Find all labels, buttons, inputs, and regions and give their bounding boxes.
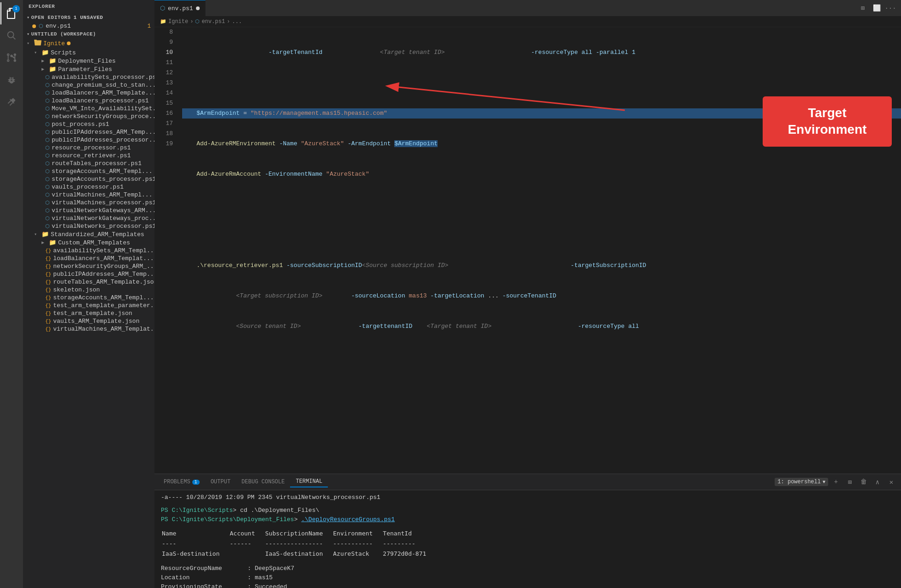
json-icon-11: {} (45, 327, 51, 332)
resource-retriever-ps1[interactable]: ⬡ resource_retriever.ps1 (23, 152, 154, 160)
maximize-panel-button[interactable]: ∧ (871, 476, 883, 488)
code-line-14 (182, 230, 901, 240)
skeleton-json[interactable]: {} skeleton.json (23, 286, 154, 294)
code-line-11: Add-AzureRMEnvironment -Name "AzureStack… (182, 139, 901, 149)
table-row-name: IaaS-destination (162, 549, 229, 558)
virtualMachines-arm-ps1[interactable]: ⬡ virtualMachines_ARM_Templ... (23, 191, 154, 199)
toggle-panel-button[interactable]: ⬜ (871, 2, 883, 14)
publicIPAddresses-json[interactable]: {} publicIPAddresses_ARM_Temp... (23, 270, 154, 278)
col-subscriptionname-divider: ---------------- (265, 539, 332, 548)
resource-group-1: ResourceGroupName : DeepSpaceK7 Location… (161, 564, 895, 588)
col-environment-divider: ----------- (333, 539, 382, 548)
change-premium-ps1[interactable]: ⬡ change_premium_ssd_to_stan... (23, 81, 154, 89)
publicIPAddresses-processor-ps1[interactable]: ⬡ publicIPAddresses_processor.... (23, 136, 154, 144)
virtualMachines-arm-json[interactable]: {} virtualMachines_ARM_Templat... (23, 325, 154, 333)
networkSecurityGroups-json[interactable]: {} networkSecurityGroups_ARM_... (23, 262, 154, 270)
scripts-folder[interactable]: ▾ 📁 Scripts (23, 48, 154, 57)
table-row-subscription: IaaS-destination (265, 549, 332, 558)
problems-tab[interactable]: PROBLEMS 1 (158, 477, 205, 487)
open-editors-section: ▾ OPEN EDITORS 1 UNSAVED ⬡ env.ps1 1 (23, 13, 154, 30)
debug-activity-icon[interactable] (0, 69, 23, 91)
virtualNetworkGateways-proc-ps1[interactable]: ⬡ virtualNetworkGateways_proc... (23, 214, 154, 222)
availabilitySets-ps1[interactable]: ⬡ availabilitySets_processor.ps1 (23, 73, 154, 81)
standardized-folder-icon: 📁 (41, 231, 49, 238)
parameter-files-icon: 📁 (49, 65, 56, 73)
breadcrumb-file[interactable]: ⬡ env.ps1 (195, 18, 225, 25)
search-activity-icon[interactable] (0, 24, 23, 47)
loadBalancers-arm-ps1[interactable]: ⬡ loadBalancers_ARM_Template... (23, 89, 154, 97)
test-arm-template-param-json[interactable]: {} test_arm_template_parameter... (23, 302, 154, 309)
debug-console-tab[interactable]: DEBUG CONSOLE (236, 477, 290, 487)
publicIPAddresses-arm-ps1[interactable]: ⬡ publicIPAddresses_ARM_Temp... (23, 128, 154, 136)
shell-selector[interactable]: 1: powershell ▼ (775, 478, 828, 486)
files-icon[interactable]: 1 (0, 2, 23, 24)
virtualMachines-processor-ps1[interactable]: ⬡ virtualMachines_processor.ps1 (23, 199, 154, 207)
vaults-processor-ps1[interactable]: ⬡ vaults_processor.ps1 (23, 183, 154, 191)
col-name-divider: ---- (162, 539, 229, 548)
ps1-icon-4: ⬡ (45, 98, 50, 104)
storageAccounts-json[interactable]: {} storageAccounts_ARM_Templ... (23, 294, 154, 302)
storageAccounts-arm-ps1[interactable]: ⬡ storageAccounts_ARM_Templ... (23, 167, 154, 175)
workspace-header[interactable]: ▾ UNTITLED (WORKSPACE) (23, 30, 154, 38)
source-control-activity-icon[interactable] (0, 47, 23, 69)
ps1-icon-19: ⬡ (45, 215, 50, 221)
resource-processor-ps1[interactable]: ⬡ resource_processor.ps1 (23, 144, 154, 152)
routeTables-json[interactable]: {} routeTables_ARM_Template.json (23, 278, 154, 286)
availabilitySets-json[interactable]: {} availabilitySets_ARM_Templ... (23, 247, 154, 255)
ps1-icon-7: ⬡ (45, 121, 50, 127)
panel-tabs: PROBLEMS 1 OUTPUT DEBUG CONSOLE TERMINAL (154, 474, 901, 490)
code-editor[interactable]: 8 9 10 11 12 13 14 15 16 17 18 19 (154, 27, 901, 474)
routeTables-ps1[interactable]: ⬡ routeTables_processor.ps1 (23, 160, 154, 167)
code-line-13 (182, 200, 901, 210)
ignite-folder[interactable]: ▾ Ignite (23, 38, 154, 48)
open-editor-env-ps1[interactable]: ⬡ env.ps1 1 (23, 22, 154, 30)
custom-arm-folder[interactable]: ▶ 📁 Custom_ARM_Templates (23, 238, 154, 247)
code-line-15b: <Target subscription ID> -sourceLocation… (182, 291, 901, 301)
env-ps1-tab[interactable]: ⬡ env.ps1 (154, 0, 206, 16)
vaults-arm-json[interactable]: {} vaults_ARM_Template.json (23, 317, 154, 325)
table-row-tenantid: 27972d0d-871 (383, 549, 435, 558)
parameter-files-folder[interactable]: ▶ 📁 Parameter_Files (23, 65, 154, 73)
ps1-icon-16: ⬡ (45, 192, 50, 198)
close-panel-button[interactable]: ✕ (885, 476, 897, 488)
breadcrumb-ignite[interactable]: 📁 Ignite (160, 18, 188, 25)
terminal-tab[interactable]: TERMINAL (290, 476, 328, 487)
json-icon-3: {} (45, 264, 51, 269)
json-icon-2: {} (45, 256, 51, 261)
json-icon-6: {} (45, 287, 51, 293)
networkSecurityGroups-ps1[interactable]: ⬡ networkSecurityGroups_proce... (23, 113, 154, 120)
move-vm-ps1[interactable]: ⬡ Move_VM_Into_AvailabilitySet... (23, 105, 154, 113)
tab-modified-dot (196, 6, 200, 10)
post-process-ps1[interactable]: ⬡ post_process.ps1 (23, 120, 154, 128)
json-icon-5: {} (45, 279, 51, 285)
loadBalancers-processor-ps1[interactable]: ⬡ loadBalancers_processor.ps1 (23, 97, 154, 105)
code-line-10: $ArmEndpoint = "https://management.mas15… (182, 108, 901, 119)
storageAccounts-processor-ps1[interactable]: ⬡ storageAccounts_processor.ps1 (23, 175, 154, 183)
col-account-divider: ------ (230, 539, 264, 548)
col-account-header: Account (230, 529, 264, 538)
ps1-icon-11: ⬡ (45, 153, 50, 159)
ignite-dot (67, 42, 71, 45)
terminal-file-listing: -a---- 10/28/2019 12:09 PM 2345 virtualN… (161, 493, 895, 502)
standardized-arm-folder[interactable]: ▾ 📁 Standardized_ARM_Templates (23, 230, 154, 238)
terminal-content[interactable]: -a---- 10/28/2019 12:09 PM 2345 virtualN… (154, 490, 901, 588)
col-name-header: Name (162, 529, 229, 538)
test-arm-template-json[interactable]: {} test_arm_template.json (23, 309, 154, 317)
split-editor-button[interactable]: ⊞ (857, 2, 869, 14)
more-actions-button[interactable]: ··· (884, 2, 896, 14)
split-terminal-button[interactable]: ⊞ (844, 476, 856, 488)
loadBalancers-json[interactable]: {} loadBalancers_ARM_Templat... (23, 255, 154, 262)
new-terminal-button[interactable]: + (830, 476, 842, 488)
terminal-cmd1: PS C:\Ignite\Scripts> cd .\Deployment_Fi… (161, 506, 895, 515)
json-icon-7: {} (45, 295, 51, 301)
deployment-files-folder[interactable]: ▶ 📁 Deployment_Files (23, 57, 154, 65)
kill-terminal-button[interactable]: 🗑 (858, 476, 870, 488)
open-editors-header[interactable]: ▾ OPEN EDITORS 1 UNSAVED (23, 13, 154, 22)
extensions-activity-icon[interactable] (0, 91, 23, 113)
virtualNetworks-processor-ps1[interactable]: ⬡ virtualNetworks_processor.ps1 (23, 222, 154, 230)
output-tab[interactable]: OUTPUT (205, 477, 236, 487)
table-row-environment: AzureStack (333, 549, 382, 558)
sidebar: EXPLORER ▾ OPEN EDITORS 1 UNSAVED ⬡ env.… (23, 0, 154, 588)
terminal-table-header: Name Account SubscriptionName Environmen… (161, 528, 895, 559)
virtualNetworkGateways-arm-ps1[interactable]: ⬡ virtualNetworkGateways_ARM... (23, 207, 154, 214)
